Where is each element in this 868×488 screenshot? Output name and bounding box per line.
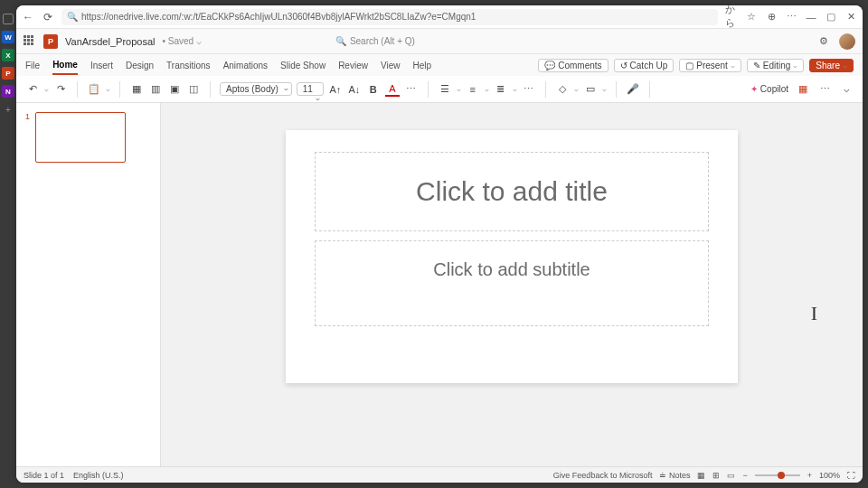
refresh-icon[interactable]: ⟳ [42,11,54,23]
workspace: 1 Click to add title Click to add subtit… [16,103,863,466]
reset-icon[interactable]: ▣ [167,82,182,97]
read-aloud-icon[interactable]: �からの [725,11,738,23]
save-status[interactable]: • Saved ⌵ [162,36,201,46]
thumbnail-number: 1 [25,112,30,163]
font-color-icon[interactable]: A [385,82,400,97]
search-placeholder: Search (Alt + Q) [350,36,415,46]
tab-view[interactable]: View [381,57,401,74]
tab-slideshow[interactable]: Slide Show [280,57,326,74]
sorter-view-icon[interactable]: ⊞ [712,471,720,480]
feedback-link[interactable]: Give Feedback to Microsoft [553,471,653,480]
shapes-icon[interactable]: ◇ [555,82,570,97]
editing-button[interactable]: ✎ Editing ⌵ [747,59,805,72]
new-tab-icon[interactable]: + [2,103,14,116]
tab-file[interactable]: File [25,57,40,74]
lock-icon: 🔍 [67,12,78,22]
slide: Click to add title Click to add subtitle [286,130,738,383]
increase-font-icon[interactable]: A↑ [328,82,343,97]
close-icon[interactable]: ✕ [844,11,857,23]
language-status[interactable]: English (U.S.) [73,471,124,480]
status-bar: Slide 1 of 1 English (U.S.) Give Feedbac… [16,466,863,483]
app-launcher-icon[interactable] [24,35,36,48]
bold-icon[interactable]: B [366,82,381,97]
arrange-icon[interactable]: ▭ [583,82,598,97]
bullets-icon[interactable]: ☰ [438,82,452,97]
minimize-icon[interactable]: — [805,11,817,23]
tab-animations[interactable]: Animations [223,57,268,74]
paste-icon[interactable]: 📋 [87,82,101,97]
more-para-icon[interactable]: ⋯ [522,82,536,97]
present-button[interactable]: ▢ Present ⌵ [679,59,741,72]
slide-canvas[interactable]: Click to add title Click to add subtitle… [161,103,863,466]
copilot-button[interactable]: ✦Copilot [750,84,788,94]
excel-app-icon[interactable]: X [2,49,14,61]
slide-thumbnail-1[interactable] [35,112,126,163]
text-cursor-icon: I [811,302,817,325]
document-name[interactable]: VanArsdel_Proposal [65,36,155,47]
more-ribbon-icon[interactable]: ⋯ [817,82,832,97]
redo-icon[interactable]: ↷ [53,82,68,97]
section-icon[interactable]: ◫ [186,82,201,97]
reading-view-icon[interactable]: ▭ [727,471,735,480]
fit-window-icon[interactable]: ⛶ [847,471,855,480]
ribbon-toolbar: ↶⌵ ↷ 📋⌵ ▦ ▥ ▣ ◫ Aptos (Body) 11 A↑ A↓ B … [16,76,863,103]
slide-thumbnails-panel: 1 [16,103,161,466]
app-titlebar: P VanArsdel_Proposal • Saved ⌵ 🔍 Search … [16,29,863,54]
zoom-in-icon[interactable]: + [807,471,812,480]
align-icon[interactable]: ≣ [494,82,508,97]
undo-icon[interactable]: ↶ [25,82,40,97]
ribbon-tabs: File Home Insert Design Transitions Anim… [16,54,863,76]
layout-icon[interactable]: ▥ [148,82,163,97]
tab-help[interactable]: Help [412,57,431,74]
font-size-select[interactable]: 11 [297,82,324,96]
tab-design[interactable]: Design [126,57,154,74]
title-placeholder[interactable]: Click to add title [315,152,709,231]
tab-insert[interactable]: Insert [90,57,113,74]
font-name-select[interactable]: Aptos (Body) [220,82,292,96]
zoom-slider[interactable] [755,474,800,476]
onenote-app-icon[interactable]: N [2,85,14,98]
dictate-icon[interactable]: 🎤 [626,82,640,97]
settings-icon[interactable]: ⚙ [817,35,830,48]
url-input[interactable]: 🔍 https://onedrive.live.com/:w:/t/EaCKkP… [61,9,718,25]
favorite-icon[interactable]: ☆ [745,11,758,23]
search-icon: 🔍 [335,36,346,46]
more-font-icon[interactable]: ⋯ [404,82,419,97]
tab-review[interactable]: Review [338,57,368,74]
new-slide-icon[interactable]: ▦ [129,82,144,97]
comments-button[interactable]: 💬 Comments [538,59,608,72]
url-text: https://onedrive.live.com/:w:/t/EaCKkPs6… [81,12,476,22]
slide-counter[interactable]: Slide 1 of 1 [24,471,64,480]
catchup-button[interactable]: ↺ Catch Up [614,59,675,72]
back-icon[interactable]: ← [22,11,34,23]
search-input[interactable]: 🔍 Search (Alt + Q) [335,36,415,46]
more-icon[interactable]: ⋯ [785,11,797,23]
browser-vertical-tabs: W X P N + [0,0,16,488]
copilot-icon: ✦ [750,84,758,94]
tab-transitions[interactable]: Transitions [166,57,211,74]
address-bar-row: ← ⟳ 🔍 https://onedrive.live.com/:w:/t/Ea… [16,5,863,29]
tab-home[interactable]: Home [52,56,78,75]
notes-toggle[interactable]: ≐ Notes [659,471,690,480]
decrease-font-icon[interactable]: A↓ [347,82,362,97]
normal-view-icon[interactable]: ▦ [697,471,705,480]
share-button[interactable]: Share ⌵ [809,59,854,72]
collapse-ribbon-icon[interactable]: ⌵ [839,82,854,97]
subtitle-placeholder[interactable]: Click to add subtitle [315,240,709,326]
numbering-icon[interactable]: ≡ [466,82,480,97]
zoom-out-icon[interactable]: − [742,471,747,480]
user-avatar[interactable] [839,33,855,50]
designer-icon[interactable]: ▦ [796,82,810,97]
browser-window: ← ⟳ 🔍 https://onedrive.live.com/:w:/t/Ea… [16,5,863,483]
tab-thumb-icon[interactable] [2,13,14,25]
zoom-level[interactable]: 100% [819,471,840,480]
powerpoint-logo-icon: P [43,34,58,49]
powerpoint-app-icon[interactable]: P [2,67,14,80]
word-app-icon[interactable]: W [2,31,14,43]
maximize-icon[interactable]: ▢ [825,11,837,23]
collections-icon[interactable]: ⊕ [765,11,778,23]
